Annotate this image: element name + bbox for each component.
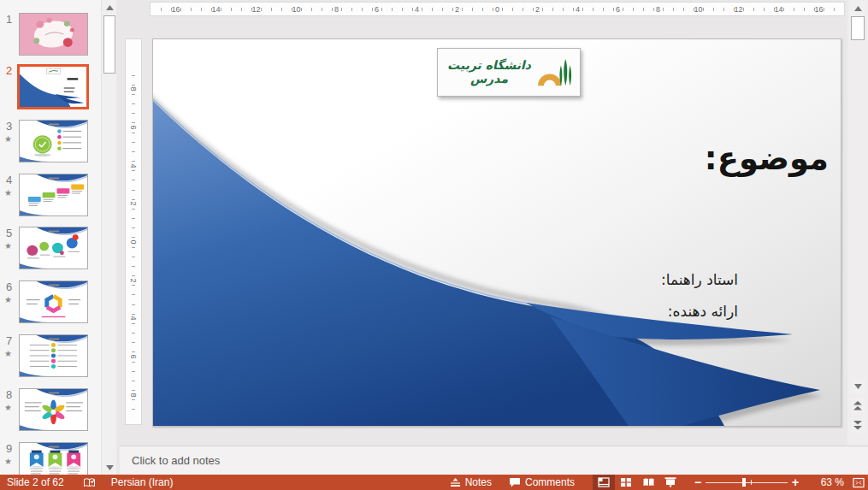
slide-title-placeholder[interactable]: موضوع: xyxy=(705,140,829,177)
ruler-tick xyxy=(552,8,553,11)
ruler-tick xyxy=(623,8,623,11)
thumb-scroll-up-button[interactable] xyxy=(103,0,116,15)
ruler-number: 14 xyxy=(774,5,782,14)
zoom-level[interactable]: 63 % xyxy=(808,476,844,488)
thumbnail-scrollbar[interactable] xyxy=(101,0,116,475)
ruler-tick xyxy=(132,142,135,143)
ruler-tick xyxy=(311,8,312,11)
ruler-tick xyxy=(132,122,135,123)
normal-view-button[interactable] xyxy=(593,475,615,490)
slide-thumbnail[interactable] xyxy=(19,227,88,269)
thumbnail-preview xyxy=(20,14,87,55)
slide-thumbnail[interactable] xyxy=(19,388,88,431)
slide-thumbnail[interactable] xyxy=(19,120,88,162)
ruler-tick xyxy=(673,8,674,11)
university-emblem-icon xyxy=(535,55,575,91)
zoom-slider[interactable] xyxy=(706,475,788,490)
slide-sorter-view-button[interactable] xyxy=(615,475,637,490)
reading-view-icon xyxy=(642,477,655,487)
ruler-tick xyxy=(261,8,262,11)
fit-slide-button[interactable] xyxy=(853,477,865,488)
slide-thumbnail[interactable] xyxy=(19,280,88,323)
arrow-down-icon xyxy=(854,384,862,389)
ruler-tick xyxy=(452,8,453,11)
thumbnail-preview xyxy=(20,174,87,215)
slide-canvas[interactable]: دانشگاه تربیت مدرس موضوع: استاد راهنما: … xyxy=(152,38,841,427)
notes-panel[interactable]: Click to add notes xyxy=(120,446,868,475)
thumbnail-number: 8 xyxy=(6,388,12,401)
university-logo[interactable]: دانشگاه تربیت مدرس xyxy=(437,48,581,97)
ruler-tick xyxy=(132,275,135,276)
language-indicator[interactable]: Persian (Iran) xyxy=(111,476,174,488)
ruler-tick xyxy=(132,285,135,286)
ruler-tick xyxy=(713,8,714,11)
ruler-number: 12 xyxy=(251,5,260,14)
zoom-in-button[interactable]: + xyxy=(789,475,801,489)
thumbnail-number: 3 xyxy=(6,120,12,133)
thumbnail-item-2: 2 xyxy=(0,64,101,114)
slide-show-button[interactable] xyxy=(659,475,682,490)
arrow-up-icon xyxy=(106,5,114,10)
slide-thumbnail[interactable] xyxy=(19,334,88,377)
ruler-tick xyxy=(512,8,513,11)
ruler-number: 6 xyxy=(375,5,379,14)
previous-slide-button[interactable] xyxy=(850,398,865,413)
thumbnail-number: 7 xyxy=(6,334,12,347)
book-check-icon xyxy=(83,477,96,488)
scroll-up-button[interactable] xyxy=(850,1,865,15)
ruler-segment: 10 xyxy=(678,3,718,15)
double-arrow-up-icon xyxy=(853,401,862,410)
reading-view-button[interactable] xyxy=(637,475,659,490)
slide-sorter-icon xyxy=(620,477,632,487)
scrollbar-handle[interactable] xyxy=(851,16,865,40)
ruler-tick xyxy=(824,8,824,11)
ruler-segment: 4 xyxy=(126,299,141,338)
next-slide-button[interactable] xyxy=(850,418,865,433)
comments-toggle-button[interactable]: Comments xyxy=(505,475,579,490)
horizontal-ruler: 1614121086420246810121416 xyxy=(150,2,845,16)
thumb-scroll-down-button[interactable] xyxy=(103,460,116,475)
ruler-segment: 2 xyxy=(517,3,558,15)
thumbnail-preview xyxy=(20,121,87,162)
ruler-tick xyxy=(132,247,135,248)
thumbnail-item-4: 4★ xyxy=(0,174,101,223)
animation-star-icon: ★ xyxy=(4,241,12,251)
notes-icon xyxy=(450,477,461,487)
presenter-text[interactable]: ارائه دهنده: xyxy=(668,303,738,320)
notes-placeholder[interactable]: Click to add notes xyxy=(132,454,220,467)
ruler-number: 16 xyxy=(814,5,823,14)
ruler-segment: 2 xyxy=(126,261,141,299)
scroll-down-button[interactable] xyxy=(850,379,865,393)
thumb-scrollbar-handle[interactable] xyxy=(103,15,115,74)
ruler-tick xyxy=(743,8,744,11)
vertical-scrollbar[interactable] xyxy=(847,0,868,446)
slide-thumbnail[interactable] xyxy=(17,64,89,109)
ruler-tick xyxy=(132,218,135,219)
ruler-tick xyxy=(132,190,135,191)
slide-thumbnail[interactable] xyxy=(19,13,88,56)
ruler-tick xyxy=(412,8,413,11)
thumbnail-preview xyxy=(20,67,86,107)
slide-indicator[interactable]: Slide 2 of 62 xyxy=(7,476,64,488)
ruler-tick xyxy=(132,390,135,391)
thumbnail-number: 2 xyxy=(6,64,12,77)
ruler-tick xyxy=(132,266,135,267)
supervisor-text[interactable]: استاد راهنما: xyxy=(661,271,738,288)
arrow-up-icon xyxy=(854,6,862,11)
thumbnail-panel: 1 2 3★ 4★5★ 6★ 7★8★9★ xyxy=(0,0,101,475)
vertical-ruler: 864202468 xyxy=(125,38,142,425)
ruler-tick xyxy=(132,362,135,363)
normal-view-icon xyxy=(598,477,610,487)
ruler-segment: 8 xyxy=(316,3,357,15)
ruler-tick xyxy=(392,8,393,11)
zoom-slider-handle[interactable] xyxy=(742,478,746,487)
ruler-number: 4 xyxy=(576,5,580,14)
proofing-status-button[interactable] xyxy=(83,477,96,488)
ruler-segment: 6 xyxy=(357,3,397,15)
slide-thumbnail[interactable] xyxy=(19,174,88,216)
notes-toggle-button[interactable]: Notes xyxy=(446,475,496,490)
ruler-number: 2 xyxy=(455,5,459,14)
zoom-out-button[interactable]: − xyxy=(692,475,704,489)
ruler-tick xyxy=(834,8,835,11)
university-logo-text: دانشگاه تربیت مدرس xyxy=(443,59,535,86)
